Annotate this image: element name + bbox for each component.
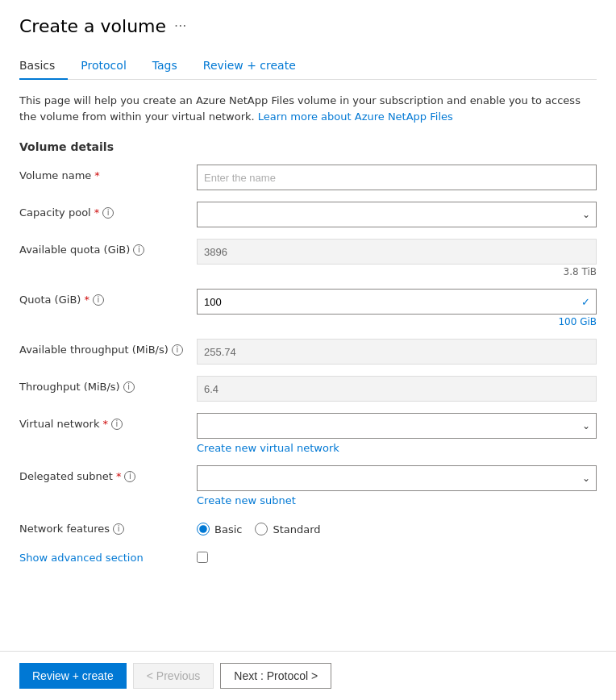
available-quota-input	[197, 239, 597, 265]
volume-name-label: Volume name *	[19, 165, 197, 181]
available-throughput-row: Available throughput (MiB/s) i	[19, 339, 597, 365]
available-quota-row: Available quota (GiB) i 3.8 TiB	[19, 239, 597, 277]
tab-tags[interactable]: Tags	[139, 52, 190, 80]
network-features-info-icon[interactable]: i	[113, 523, 124, 535]
quota-control: ✓ 100 GiB	[197, 289, 597, 327]
virtual-network-control: ⌄ Create new virtual network	[197, 413, 597, 454]
volume-name-control	[197, 165, 597, 190]
virtual-network-select[interactable]	[197, 413, 597, 439]
network-features-standard-label: Standard	[273, 523, 320, 535]
available-throughput-label: Available throughput (MiB/s) i	[19, 339, 197, 356]
previous-button[interactable]: < Previous	[133, 663, 214, 689]
available-quota-info-icon[interactable]: i	[133, 244, 144, 256]
network-features-radio-group: Basic Standard	[197, 518, 597, 535]
required-marker: *	[116, 470, 122, 482]
network-features-control: Basic Standard	[197, 518, 597, 535]
available-quota-control: 3.8 TiB	[197, 239, 597, 277]
capacity-pool-label: Capacity pool * i	[19, 202, 197, 219]
capacity-pool-control: ⌄	[197, 202, 597, 227]
delegated-subnet-control: ⌄ Create new subnet	[197, 465, 597, 506]
show-advanced-label: Show advanced section	[19, 547, 197, 564]
next-protocol-button[interactable]: Next : Protocol >	[220, 663, 331, 689]
network-features-standard-option[interactable]: Standard	[255, 523, 320, 535]
virtual-network-row: Virtual network * i ⌄ Create new virtual…	[19, 413, 597, 454]
required-marker: *	[84, 294, 89, 306]
delegated-subnet-select-wrap: ⌄	[197, 465, 597, 491]
required-marker: *	[94, 206, 100, 219]
create-virtual-network-link[interactable]: Create new virtual network	[197, 442, 597, 454]
quota-check-icon: ✓	[581, 296, 590, 308]
page-description: This page will help you create an Azure …	[19, 93, 597, 124]
network-features-standard-radio[interactable]	[255, 523, 268, 535]
tab-basics[interactable]: Basics	[19, 52, 68, 80]
show-advanced-checkbox-wrap	[197, 547, 597, 565]
tabs-container: Basics Protocol Tags Review + create	[19, 52, 597, 80]
network-features-label: Network features i	[19, 518, 197, 535]
network-features-row: Network features i Basic Standard	[19, 518, 597, 535]
delegated-subnet-label: Delegated subnet * i	[19, 465, 197, 482]
network-features-basic-option[interactable]: Basic	[197, 523, 242, 535]
throughput-info-icon[interactable]: i	[123, 381, 135, 393]
required-marker: *	[102, 418, 108, 430]
quota-input-wrap: ✓	[197, 289, 597, 315]
volume-name-input[interactable]	[197, 165, 597, 190]
capacity-pool-row: Capacity pool * i ⌄	[19, 202, 597, 227]
learn-more-link[interactable]: Learn more about Azure NetApp Files	[258, 110, 453, 123]
throughput-control	[197, 376, 597, 402]
available-quota-hint: 3.8 TiB	[197, 266, 597, 277]
ellipsis-menu-icon[interactable]: ···	[174, 19, 186, 34]
quota-label: Quota (GiB) * i	[19, 289, 197, 306]
throughput-row: Throughput (MiB/s) i	[19, 376, 597, 402]
available-throughput-info-icon[interactable]: i	[172, 344, 183, 356]
network-features-basic-radio[interactable]	[197, 523, 210, 535]
quota-hint: 100 GiB	[197, 316, 597, 327]
virtual-network-label: Virtual network * i	[19, 413, 197, 430]
create-subnet-link[interactable]: Create new subnet	[197, 494, 597, 506]
show-advanced-control	[197, 547, 597, 565]
throughput-input	[197, 376, 597, 402]
virtual-network-info-icon[interactable]: i	[111, 419, 123, 430]
review-create-button[interactable]: Review + create	[19, 663, 127, 689]
capacity-pool-select[interactable]	[197, 202, 597, 227]
page-title: Create a volume	[19, 16, 166, 36]
section-title: Volume details	[19, 140, 597, 153]
throughput-label: Throughput (MiB/s) i	[19, 376, 197, 393]
delegated-subnet-info-icon[interactable]: i	[124, 471, 135, 482]
capacity-pool-info-icon[interactable]: i	[102, 207, 114, 219]
footer: Review + create < Previous Next : Protoc…	[0, 651, 616, 700]
virtual-network-select-wrap: ⌄	[197, 413, 597, 439]
available-throughput-control	[197, 339, 597, 365]
tab-review-create[interactable]: Review + create	[190, 52, 309, 80]
show-advanced-row: Show advanced section	[19, 547, 597, 565]
quota-row: Quota (GiB) * i ✓ 100 GiB	[19, 289, 597, 327]
network-features-basic-label: Basic	[214, 523, 242, 535]
tab-protocol[interactable]: Protocol	[68, 52, 139, 80]
delegated-subnet-select[interactable]	[197, 465, 597, 491]
quota-info-icon[interactable]: i	[93, 294, 104, 306]
available-throughput-input	[197, 339, 597, 365]
quota-input[interactable]	[197, 289, 597, 315]
capacity-pool-select-wrap: ⌄	[197, 202, 597, 227]
required-marker: *	[94, 169, 100, 181]
volume-name-row: Volume name *	[19, 165, 597, 190]
available-quota-label: Available quota (GiB) i	[19, 239, 197, 256]
delegated-subnet-row: Delegated subnet * i ⌄ Create new subnet	[19, 465, 597, 506]
show-advanced-checkbox[interactable]	[197, 552, 208, 563]
